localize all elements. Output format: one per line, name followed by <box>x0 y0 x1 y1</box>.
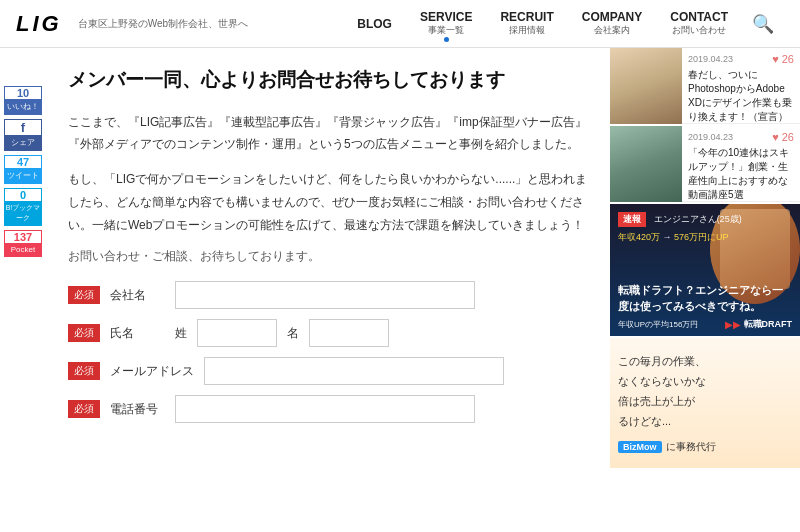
email-input[interactable] <box>204 357 504 385</box>
bizmow-logo: BizMow <box>618 441 662 453</box>
tw-count: 47 <box>5 156 41 168</box>
logo[interactable]: LIG <box>16 11 62 37</box>
speed-badge: 速報 <box>618 212 646 227</box>
nav-service[interactable]: SERVICE 事業一覧 <box>406 0 486 48</box>
nav-contact-label: CONTACT <box>670 10 728 24</box>
ad-card-2-date: 2019.04.23 <box>688 132 733 142</box>
paragraph-1: ここまで、『LIG記事広告』『連載型記事広告』『背景ジャック広告』『imp保証型… <box>68 111 588 157</box>
first-name-label: 名 <box>287 325 299 342</box>
bm-count: 0 <box>5 189 41 201</box>
banner2-text1: この毎月の作業、 <box>618 352 706 372</box>
like-label: いいね！ <box>5 99 41 114</box>
ad-card-1-heart: 26 <box>782 53 794 65</box>
email-label: メールアドレス <box>110 363 194 380</box>
required-badge-company: 必須 <box>68 286 100 304</box>
nav-blog[interactable]: BLOG <box>343 0 406 48</box>
ad-banner-1[interactable]: 速報 エンジニアさん(25歳) 年収420万 → 576万円にUP 転職ドラフト… <box>610 204 800 336</box>
banner1-title: 転職ドラフト？エンジニアなら一度は使ってみるべきですね。 <box>618 283 792 314</box>
ad-card-1-date: 2019.04.23 <box>688 54 733 64</box>
nav-recruit[interactable]: RECRUIT 採用情報 <box>486 0 567 48</box>
nav-contact[interactable]: CONTACT お問い合わせ <box>656 0 742 48</box>
ad-card-1[interactable]: 2019.04.23 ♥ 26 春だし、ついにPhotoshopからAdobe … <box>610 48 800 124</box>
like-button[interactable]: 10 いいね！ <box>4 86 42 115</box>
nav-contact-sub: お問い合わせ <box>672 24 726 37</box>
main-nav: BLOG SERVICE 事業一覧 RECRUIT 採用情報 COMPANY 会… <box>343 0 784 48</box>
tw-label: ツイート <box>5 168 41 183</box>
nav-company-sub: 会社案内 <box>594 24 630 37</box>
nav-blog-label: BLOG <box>357 17 392 31</box>
form-row-phone: 必須 電話番号 <box>68 395 588 423</box>
ad-banner-2[interactable]: この毎月の作業、 なくならないかな 倍は売上が上が るけどな... BizMow… <box>610 338 800 468</box>
bm-label: B!ブックマーク <box>5 201 41 225</box>
salary-up-label: 年収UPの平均156万円 <box>618 320 698 329</box>
tenshoku-brand: ▶▶ 転職DRAFT <box>725 318 793 331</box>
brand-label: 転職DRAFT <box>744 318 793 331</box>
banner2-text4: るけどな... <box>618 412 706 432</box>
nav-service-dot <box>444 37 449 42</box>
name-label: 氏名 <box>110 325 165 342</box>
engineer-label: エンジニアさん(25歳) <box>654 214 742 224</box>
like-count: 10 <box>5 87 41 99</box>
ad-card-2-text: 2019.04.23 ♥ 26 「今年の10連休はスキルアップ！」創業・生産性向… <box>682 126 800 201</box>
required-badge-name: 必須 <box>68 324 100 342</box>
form-row-name: 必須 氏名 姓 名 <box>68 319 588 347</box>
bookmark-button[interactable]: 0 B!ブックマーク <box>4 188 42 226</box>
ad-card-2[interactable]: 2019.04.23 ♥ 26 「今年の10連休はスキルアップ！」創業・生産性向… <box>610 126 800 202</box>
facebook-button[interactable]: f シェア <box>4 119 42 151</box>
search-button[interactable]: 🔍 <box>742 13 784 35</box>
social-sidebar: 10 いいね！ f シェア 47 ツイート 0 B!ブックマーク 137 Poc… <box>0 48 46 532</box>
bizmow-sub: に事務代行 <box>666 440 716 454</box>
banner1-sub: 年収UPの平均156万円 <box>618 319 698 330</box>
page-heading: メンバー一同、心よりお問合せお待ちしております <box>68 66 588 95</box>
ad-card-1-text: 2019.04.23 ♥ 26 春だし、ついにPhotoshopからAdobe … <box>682 48 800 123</box>
last-name-input[interactable] <box>197 319 277 347</box>
twitter-button[interactable]: 47 ツイート <box>4 155 42 184</box>
company-input[interactable] <box>175 281 475 309</box>
first-name-input[interactable] <box>309 319 389 347</box>
nav-company-label: COMPANY <box>582 10 642 24</box>
pocket-button[interactable]: 137 Pocket <box>4 230 42 257</box>
ad-card-2-image <box>610 126 682 202</box>
form-row-email: 必須 メールアドレス <box>68 357 588 385</box>
required-badge-email: 必須 <box>68 362 100 380</box>
right-sidebar: 2019.04.23 ♥ 26 春だし、ついにPhotoshopからAdobe … <box>610 48 800 532</box>
header: LIG 台東区上野発のWeb制作会社、世界へ BLOG SERVICE 事業一覧… <box>0 0 800 48</box>
banner2-text3: 倍は売上が上が <box>618 392 706 412</box>
ad-card-1-image <box>610 48 682 124</box>
contact-form: 必須 会社名 必須 氏名 姓 名 必須 メールアドレス 必須 <box>68 281 588 423</box>
nav-company[interactable]: COMPANY 会社案内 <box>568 0 656 48</box>
last-name-label: 姓 <box>175 325 187 342</box>
banner2-text2: なくならないかな <box>618 372 706 392</box>
pocket-label: Pocket <box>5 243 41 256</box>
ad-card-2-heart: 26 <box>782 131 794 143</box>
pocket-count: 137 <box>5 231 41 243</box>
nav-service-label: SERVICE <box>420 10 472 24</box>
main-content: メンバー一同、心よりお問合せお待ちしております ここまで、『LIG記事広告』『連… <box>46 48 610 532</box>
phone-label: 電話番号 <box>110 401 165 418</box>
salary-before: 年収420万 <box>618 232 660 242</box>
required-badge-phone: 必須 <box>68 400 100 418</box>
salary-after: 576万円にUP <box>674 232 729 242</box>
fb-icon: f <box>5 120 41 135</box>
form-row-company: 必須 会社名 <box>68 281 588 309</box>
fb-label: シェア <box>5 135 41 150</box>
company-label: 会社名 <box>110 287 165 304</box>
paragraph-2: もし、「LIGで何かプロモーションをしたいけど、何をしたら良いかわからない...… <box>68 168 588 236</box>
phone-input[interactable] <box>175 395 475 423</box>
nav-recruit-label: RECRUIT <box>500 10 553 24</box>
nav-service-sub: 事業一覧 <box>428 24 464 37</box>
contact-note: お問い合わせ・ご相談、お待ちしております。 <box>68 248 588 265</box>
header-tagline: 台東区上野発のWeb制作会社、世界へ <box>78 17 248 31</box>
nav-recruit-sub: 採用情報 <box>509 24 545 37</box>
search-icon: 🔍 <box>752 14 774 34</box>
ad-card-1-title: 春だし、ついにPhotoshopからAdobe XDにデザイン作業も乗り換えます… <box>688 68 794 124</box>
ad-card-2-title: 「今年の10連休はスキルアップ！」創業・生産性向上におすすめな動画講座5選 <box>688 146 794 202</box>
